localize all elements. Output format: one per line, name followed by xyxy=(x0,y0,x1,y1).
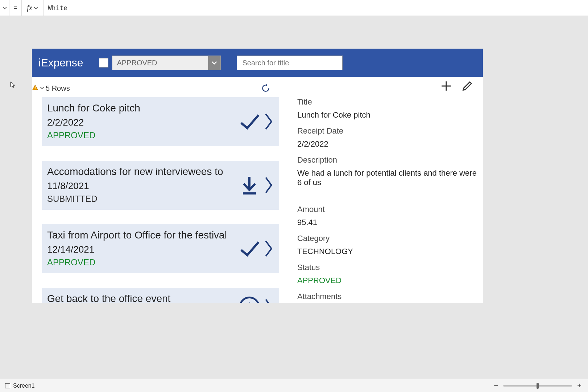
card-content: Lunch for Coke pitch 2/2/2022 APPROVED xyxy=(47,102,239,140)
field-value-category: TECHNOLOGY xyxy=(297,247,479,256)
field-value-receipt-date: 2/2/2022 xyxy=(297,139,479,149)
card-status: APPROVED xyxy=(47,257,239,268)
card-content: Taxi from Airport to Office for the fest… xyxy=(47,229,239,268)
card-status: SUBMITTED xyxy=(47,194,239,204)
dropdown-arrow[interactable] xyxy=(208,56,220,70)
check-icon xyxy=(239,111,260,132)
list-top: 5 Rows xyxy=(32,82,279,97)
card-icons: $ xyxy=(239,296,273,303)
refresh-icon xyxy=(261,83,270,93)
field-label-description: Description xyxy=(297,155,479,165)
field-value-status: APPROVED xyxy=(297,276,479,285)
edit-button[interactable] xyxy=(461,80,473,92)
filter-checkbox[interactable] xyxy=(99,58,108,68)
detail-pane: Title Lunch for Coke pitch Receipt Date … xyxy=(279,77,483,303)
detail-scroll[interactable]: Title Lunch for Coke pitch Receipt Date … xyxy=(297,95,483,303)
svg-rect-1 xyxy=(35,89,36,89)
property-dropdown[interactable] xyxy=(0,0,9,16)
fx-button[interactable]: fx xyxy=(22,0,44,16)
card-status: APPROVED xyxy=(47,130,239,140)
field-value-title: Lunch for Coke pitch xyxy=(297,110,479,120)
svg-text:$: $ xyxy=(246,301,253,303)
chevron-down-icon xyxy=(3,6,7,10)
app-header: iExpense APPROVED xyxy=(32,49,483,77)
plus-icon xyxy=(440,80,452,92)
check-icon xyxy=(239,238,260,260)
card-icons xyxy=(239,111,273,132)
field-label-category: Category xyxy=(297,234,479,243)
add-button[interactable] xyxy=(440,80,452,92)
list-pane: 5 Rows Lunch for Coke pitch 2/2/2022 APP… xyxy=(32,77,279,303)
chevron-right-icon[interactable] xyxy=(264,240,273,257)
card-content: Accomodations for new interviewees to 11… xyxy=(47,166,239,204)
zoom-in-button[interactable]: + xyxy=(576,381,583,390)
card-icons xyxy=(239,174,273,196)
download-icon xyxy=(239,174,260,196)
chevron-right-icon[interactable] xyxy=(264,176,273,194)
field-label-receipt-date: Receipt Date xyxy=(297,126,479,136)
formula-bar: = fx White xyxy=(0,0,588,16)
status-bar: Screen1 − + xyxy=(0,379,588,392)
chevron-down-icon xyxy=(34,6,38,10)
app-body: 5 Rows Lunch for Coke pitch 2/2/2022 APP… xyxy=(32,77,483,303)
formula-input[interactable]: White xyxy=(44,4,588,12)
list-item[interactable]: Get back to the office event 11/1/2021 $ xyxy=(42,288,279,303)
field-label-status: Status xyxy=(297,263,479,272)
svg-rect-0 xyxy=(35,86,36,88)
row-count-wrap: 5 Rows xyxy=(32,84,70,93)
zoom-thumb[interactable] xyxy=(537,383,539,389)
card-date: 12/14/2021 xyxy=(47,244,239,255)
field-value-amount: 95.41 xyxy=(297,218,479,227)
card-title: Accomodations for new interviewees to xyxy=(47,166,239,177)
detail-toolbar xyxy=(279,77,483,95)
chevron-right-icon[interactable] xyxy=(264,298,273,303)
screen-icon xyxy=(5,383,10,388)
filter-wrap: APPROVED xyxy=(99,56,221,70)
screen-indicator[interactable]: Screen1 xyxy=(5,383,35,389)
field-label-attachments: Attachments xyxy=(297,292,479,301)
field-label-amount: Amount xyxy=(297,205,479,214)
list-scroll[interactable]: Lunch for Coke pitch 2/2/2022 APPROVED xyxy=(32,97,279,303)
app-preview: iExpense APPROVED xyxy=(32,49,483,303)
field-label-title: Title xyxy=(297,97,479,107)
pencil-icon xyxy=(461,80,473,92)
canvas-background: iExpense APPROVED xyxy=(0,16,588,379)
screen-name: Screen1 xyxy=(13,383,35,389)
list-item[interactable]: Lunch for Coke pitch 2/2/2022 APPROVED xyxy=(42,97,279,146)
card-date: 2/2/2022 xyxy=(47,117,239,128)
fx-label: fx xyxy=(27,4,32,12)
search-input[interactable] xyxy=(237,56,343,70)
list-item[interactable]: Taxi from Airport to Office for the fest… xyxy=(42,224,279,273)
app-title: iExpense xyxy=(38,57,83,69)
list-item[interactable]: Accomodations for new interviewees to 11… xyxy=(42,161,279,210)
equals-label: = xyxy=(9,0,22,16)
field-value-description: We had a lunch for potential clients and… xyxy=(297,168,479,187)
chevron-down-icon[interactable] xyxy=(40,85,44,91)
refresh-button[interactable] xyxy=(260,82,272,94)
zoom-slider[interactable] xyxy=(503,385,572,387)
chevron-right-icon[interactable] xyxy=(264,113,273,130)
status-filter-dropdown[interactable]: APPROVED xyxy=(112,56,221,70)
card-content: Get back to the office event 11/1/2021 xyxy=(47,293,239,303)
mouse-cursor xyxy=(10,81,16,90)
chevron-down-icon xyxy=(211,60,217,66)
card-title: Get back to the office event xyxy=(47,293,239,303)
warning-icon xyxy=(32,84,38,92)
card-date: 11/8/2021 xyxy=(47,180,239,192)
dollar-icon: $ xyxy=(239,296,260,303)
dropdown-value: APPROVED xyxy=(117,59,157,67)
card-title: Lunch for Coke pitch xyxy=(47,102,239,114)
zoom-out-button[interactable]: − xyxy=(492,381,500,390)
card-title: Taxi from Airport to Office for the fest… xyxy=(47,229,239,241)
row-count-text: 5 Rows xyxy=(46,84,70,93)
zoom-control: − + xyxy=(492,381,583,390)
card-icons xyxy=(239,238,273,260)
